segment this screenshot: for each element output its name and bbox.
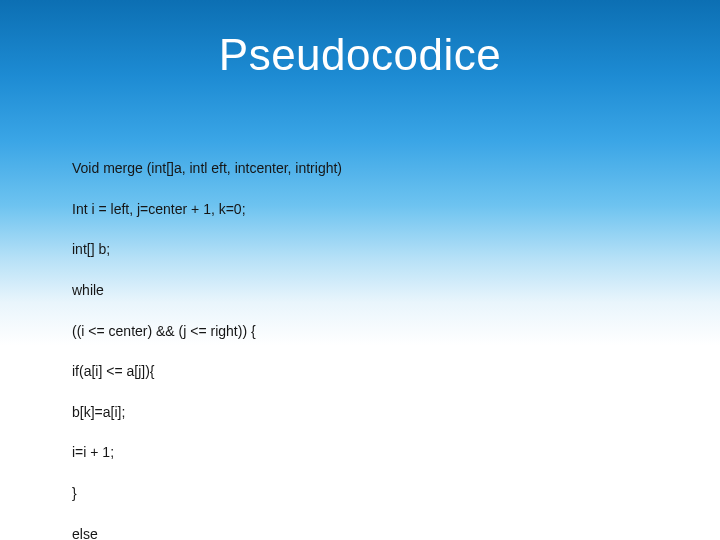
code-line: ((i <= center) && (j <= right)) { [72, 321, 342, 341]
code-line: Void merge (int[]a, intl eft, intcenter,… [72, 158, 342, 178]
code-line: if(a[i] <= a[j]){ [72, 361, 342, 381]
code-line: } [72, 483, 342, 503]
code-line: while [72, 280, 342, 300]
pseudocode-block: Void merge (int[]a, intl eft, intcenter,… [72, 138, 342, 540]
code-line: Int i = left, j=center + 1, k=0; [72, 199, 342, 219]
slide-title: Pseudocodice [0, 0, 720, 80]
code-line: b[k]=a[i]; [72, 402, 342, 422]
code-line: int[] b; [72, 239, 342, 259]
code-line: else [72, 524, 342, 540]
code-line: i=i + 1; [72, 442, 342, 462]
